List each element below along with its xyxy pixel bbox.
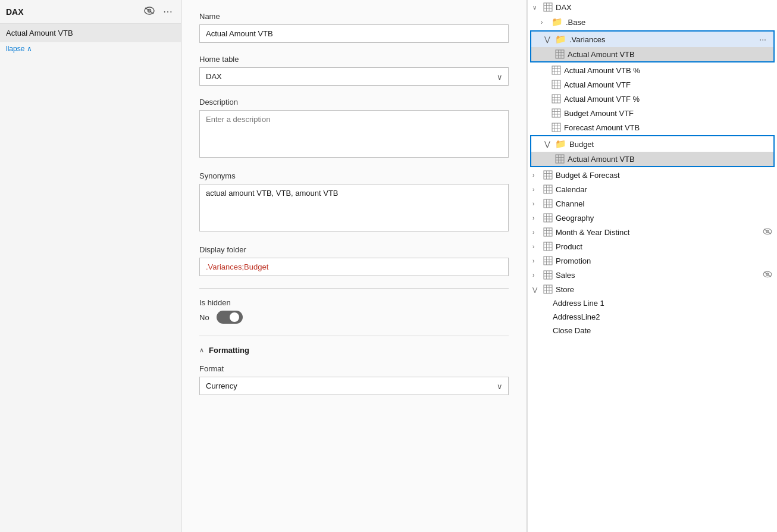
- toggle-row: No: [199, 311, 509, 324]
- month-year-label: Month & Year Distinct: [556, 228, 763, 237]
- svg-rect-71: [544, 242, 552, 251]
- display-folder-label: Display folder: [199, 245, 509, 254]
- svg-rect-81: [544, 271, 552, 279]
- base-chevron-icon: ›: [541, 19, 549, 26]
- description-label: Description: [199, 98, 509, 107]
- toggle-no-label: No: [199, 313, 209, 322]
- tree-item-address-line-2[interactable]: AddressLine2: [528, 310, 777, 324]
- svg-rect-76: [544, 256, 552, 265]
- svg-line-88: [764, 271, 771, 277]
- tree-item-base[interactable]: › 📁 .Base: [528, 14, 777, 30]
- actual-vtb-1-measure-icon: [555, 49, 565, 59]
- tree-item-actual-vtf-pct[interactable]: Actual Amount VTF %: [528, 92, 777, 106]
- budget-folder-label: Budget: [569, 140, 769, 149]
- tree-item-address-line-1[interactable]: Address Line 1: [528, 296, 777, 310]
- svg-rect-89: [544, 285, 552, 293]
- home-table-select[interactable]: DAX: [199, 67, 509, 86]
- dax-label: DAX: [556, 3, 772, 12]
- formatting-section-header[interactable]: ∧ Formatting: [199, 346, 509, 355]
- budget-forecast-table-icon: [543, 170, 553, 180]
- channel-chevron-icon: ›: [532, 201, 541, 207]
- forecast-vtb-measure-icon: [552, 123, 561, 132]
- svg-line-2: [145, 8, 153, 14]
- calendar-table-icon: [543, 184, 553, 194]
- format-label: Format: [199, 364, 509, 373]
- format-select[interactable]: Currency: [199, 377, 509, 395]
- tree-item-close-date[interactable]: Close Date: [528, 324, 777, 337]
- address-line-1-label: Address Line 1: [541, 299, 772, 308]
- budget-vtf-label: Budget Amount VTF: [564, 109, 772, 118]
- address-line-2-label: AddressLine2: [541, 312, 772, 321]
- selected-dax-item[interactable]: Actual Amount VTB: [0, 24, 181, 42]
- variances-group-border: ⋁ 📁 .Variances ··· Actual Amount VTB: [530, 30, 775, 62]
- svg-rect-63: [544, 228, 552, 236]
- tree-item-variances[interactable]: ⋁ 📁 .Variances ···: [531, 32, 773, 47]
- svg-rect-18: [552, 80, 560, 89]
- tree-item-actual-vtb-pct[interactable]: Actual Amount VTB %: [528, 63, 777, 77]
- tree-item-calendar[interactable]: › Calendar: [528, 182, 777, 196]
- visibility-icon[interactable]: [142, 5, 157, 18]
- name-input[interactable]: [199, 24, 509, 43]
- product-table-icon: [543, 242, 553, 251]
- sales-chevron-icon: ›: [532, 272, 541, 278]
- store-chevron-icon: ⋁: [532, 286, 541, 293]
- tree-item-actual-vtb-2[interactable]: Actual Amount VTB: [531, 152, 773, 166]
- dax-measure-icon: [543, 2, 553, 12]
- svg-rect-58: [544, 214, 552, 222]
- variances-more-button[interactable]: ···: [757, 35, 769, 44]
- tree-item-dax[interactable]: ∨ DAX: [528, 0, 777, 14]
- geography-chevron-icon: ›: [532, 215, 541, 221]
- tree-item-geography[interactable]: › Geography: [528, 211, 777, 225]
- actual-vtb-pct-label: Actual Amount VTB %: [564, 66, 772, 75]
- hidden-toggle[interactable]: [217, 311, 243, 324]
- store-label: Store: [556, 285, 772, 294]
- month-year-table-icon: [543, 227, 553, 237]
- is-hidden-label: Is hidden: [199, 298, 509, 307]
- format-group: Format Currency ∨: [199, 364, 509, 395]
- svg-rect-48: [544, 185, 552, 193]
- tree-item-budget-vtf[interactable]: Budget Amount VTF: [528, 106, 777, 120]
- tree-item-sales[interactable]: › Sales: [528, 268, 777, 282]
- description-group: Description: [199, 98, 509, 159]
- budget-forecast-label: Budget & Forecast: [556, 171, 772, 180]
- synonyms-label: Synonyms: [199, 171, 509, 180]
- svg-rect-3: [544, 3, 552, 11]
- tree-item-product[interactable]: › Product: [528, 239, 777, 254]
- home-table-group: Home table DAX ∨: [199, 55, 509, 86]
- calendar-chevron-icon: ›: [532, 186, 541, 193]
- tree-item-promotion[interactable]: › Promotion: [528, 254, 777, 268]
- tree-item-budget-forecast[interactable]: › Budget & Forecast: [528, 168, 777, 182]
- synonyms-textarea[interactable]: actual amount VTB, VTB, amount VTB: [199, 184, 509, 231]
- geography-table-icon: [543, 213, 553, 223]
- tree-item-forecast-vtb[interactable]: Forecast Amount VTB: [528, 120, 777, 134]
- description-textarea[interactable]: [199, 110, 509, 158]
- budget-group-border: ⋁ 📁 Budget Actual Amount VTB: [530, 135, 775, 167]
- collapse-link[interactable]: llapse ∧: [0, 42, 181, 55]
- product-chevron-icon: ›: [532, 243, 541, 250]
- name-group: Name: [199, 12, 509, 43]
- more-options-icon[interactable]: ⋯: [161, 5, 175, 18]
- channel-table-icon: [543, 199, 553, 208]
- tree-item-month-year[interactable]: › Month & Year Distinct: [528, 225, 777, 239]
- base-folder-icon: 📁: [552, 17, 563, 27]
- tree-item-channel[interactable]: › Channel: [528, 196, 777, 211]
- tree-item-budget-folder[interactable]: ⋁ 📁 Budget: [531, 136, 773, 152]
- name-label: Name: [199, 12, 509, 21]
- product-label: Product: [556, 242, 772, 251]
- actual-vtb-2-label: Actual Amount VTB: [568, 155, 769, 164]
- tree-item-actual-vtf[interactable]: Actual Amount VTF: [528, 77, 777, 92]
- formatting-title: Formatting: [209, 346, 249, 355]
- svg-line-70: [764, 229, 771, 234]
- tree-item-actual-vtb-1[interactable]: Actual Amount VTB: [531, 47, 773, 61]
- display-folder-input[interactable]: [199, 258, 509, 276]
- sales-label: Sales: [556, 271, 763, 280]
- left-panel: DAX ⋯ Actual Amount VTB llapse ∧: [0, 0, 181, 532]
- variances-chevron-icon: ⋁: [544, 35, 553, 43]
- month-year-chevron-icon: ›: [532, 229, 541, 236]
- home-table-label: Home table: [199, 55, 509, 64]
- actual-vtf-pct-label: Actual Amount VTF %: [564, 95, 772, 104]
- variances-label: .Variances: [569, 35, 757, 44]
- geography-label: Geography: [556, 214, 772, 223]
- svg-rect-43: [544, 171, 552, 179]
- tree-item-store[interactable]: ⋁ Store: [528, 282, 777, 296]
